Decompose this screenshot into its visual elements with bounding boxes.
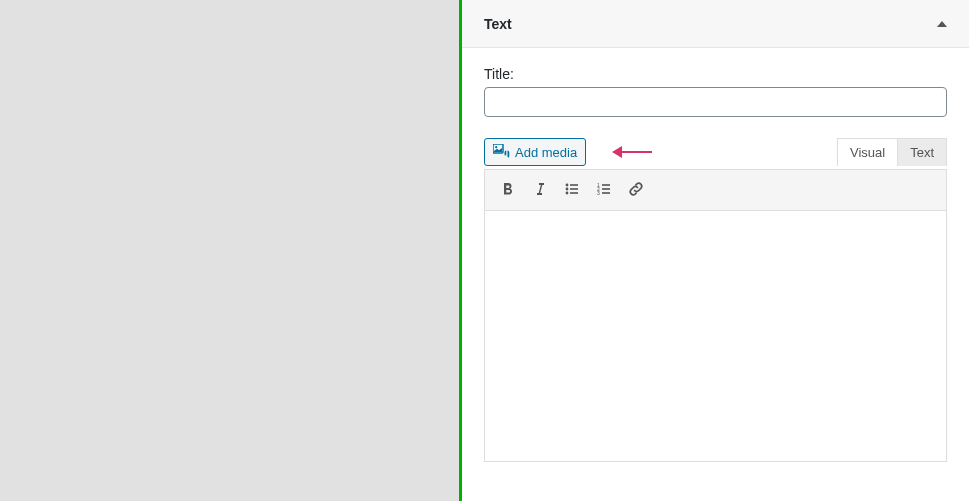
collapse-up-icon bbox=[937, 21, 947, 27]
svg-point-1 bbox=[495, 146, 497, 148]
editor-toolbar: 123 bbox=[485, 170, 946, 211]
bullet-list-button[interactable] bbox=[557, 176, 587, 204]
italic-icon bbox=[532, 181, 548, 200]
italic-button[interactable] bbox=[525, 176, 555, 204]
annotation-arrow-icon bbox=[612, 143, 652, 161]
widget-header[interactable]: Text bbox=[462, 0, 969, 48]
editor-box: 123 bbox=[484, 169, 947, 462]
svg-point-5 bbox=[566, 187, 569, 190]
svg-rect-4 bbox=[570, 184, 578, 186]
title-label: Title: bbox=[484, 66, 947, 82]
link-button[interactable] bbox=[621, 176, 651, 204]
preview-pane bbox=[0, 0, 459, 501]
media-icon bbox=[493, 144, 511, 160]
add-media-button[interactable]: Add media bbox=[484, 138, 586, 166]
svg-rect-10 bbox=[602, 184, 610, 186]
bold-icon bbox=[500, 181, 516, 200]
editor-mode-tabs: Visual Text bbox=[837, 138, 947, 166]
widget-body: Title: Add media bbox=[462, 48, 969, 480]
numbered-list-button[interactable]: 123 bbox=[589, 176, 619, 204]
bullet-list-icon bbox=[564, 181, 580, 200]
numbered-list-icon: 123 bbox=[596, 181, 612, 200]
main-layout: Text Title: Add media bbox=[0, 0, 969, 501]
widget-settings-pane: Text Title: Add media bbox=[462, 0, 969, 501]
svg-point-3 bbox=[566, 183, 569, 186]
tab-text[interactable]: Text bbox=[898, 139, 946, 166]
svg-text:3: 3 bbox=[597, 189, 600, 195]
widget-title: Text bbox=[484, 16, 512, 32]
svg-rect-8 bbox=[570, 192, 578, 194]
editor-textarea[interactable] bbox=[485, 211, 946, 461]
link-icon bbox=[627, 180, 645, 201]
svg-point-7 bbox=[566, 191, 569, 194]
media-tabs-row: Add media Visual Text bbox=[484, 135, 947, 169]
svg-rect-14 bbox=[602, 192, 610, 194]
svg-rect-12 bbox=[602, 188, 610, 190]
tab-visual[interactable]: Visual bbox=[838, 139, 898, 166]
svg-rect-6 bbox=[570, 188, 578, 190]
title-input[interactable] bbox=[484, 87, 947, 117]
add-media-label: Add media bbox=[515, 145, 577, 160]
bold-button[interactable] bbox=[493, 176, 523, 204]
